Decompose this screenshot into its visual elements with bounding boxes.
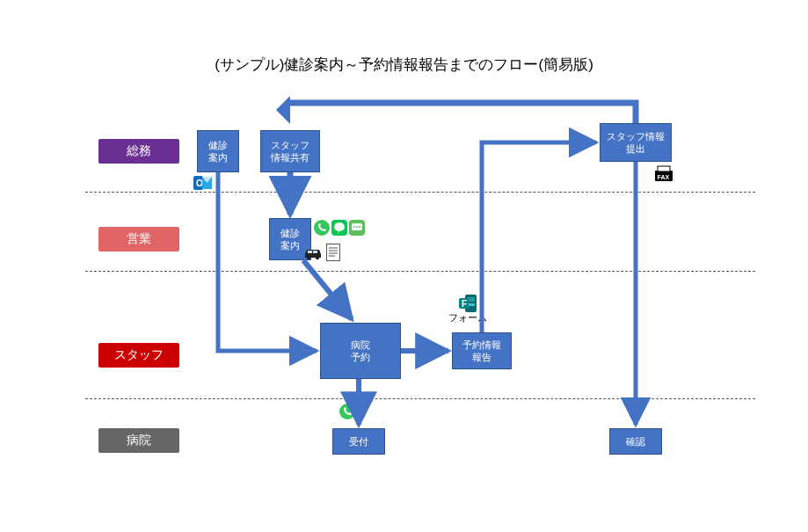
lane-eigyo: 営業 — [98, 227, 179, 251]
box-staff-jouhou-kyouyuu: スタッフ情報共有 — [260, 130, 320, 172]
box-staff-jouhou-teishutsu: スタッフ情報提出 — [600, 123, 672, 162]
lane-divider — [85, 271, 755, 272]
lane-soumu: 総務 — [98, 139, 179, 164]
svg-point-25 — [339, 404, 355, 419]
sms-icon — [349, 220, 365, 236]
box-uketsuke: 受付 — [332, 428, 385, 455]
document-icon — [326, 244, 340, 261]
lane-divider — [85, 192, 755, 193]
caption-form: フォーム — [443, 311, 492, 324]
svg-point-5 — [334, 222, 345, 231]
line-icon — [331, 220, 347, 236]
svg-text:O: O — [196, 179, 203, 188]
svg-rect-14 — [313, 251, 317, 253]
svg-text:F: F — [462, 299, 467, 309]
svg-rect-15 — [327, 244, 340, 261]
svg-rect-13 — [308, 251, 312, 253]
lane-divider — [85, 398, 755, 399]
fax-icon: FAX — [653, 165, 674, 185]
box-kenshin-annai-1: 健診案内 — [197, 130, 239, 172]
svg-text:FAX: FAX — [658, 174, 670, 180]
svg-point-11 — [307, 256, 310, 259]
lane-byouin: 病院 — [98, 428, 179, 453]
svg-rect-27 — [658, 166, 670, 171]
outlook-icon: O — [193, 174, 213, 192]
svg-point-12 — [316, 256, 319, 259]
box-yoyaku-jouhou-houkoku: 予約情報報告 — [452, 332, 512, 369]
svg-point-9 — [356, 226, 358, 228]
phone-icon — [314, 220, 330, 236]
car-icon — [302, 245, 324, 261]
svg-point-8 — [353, 226, 355, 228]
svg-point-3 — [314, 220, 330, 236]
svg-point-10 — [359, 226, 360, 228]
phone-icon — [339, 404, 355, 419]
lane-staff: スタッフ — [98, 343, 179, 368]
ms-forms-icon: F — [459, 295, 477, 312]
box-kakunin: 確認 — [609, 428, 662, 455]
box-byouin-yoyaku: 病院予約 — [320, 323, 401, 379]
diagram-title: (サンプル)健診案内～予約情報報告までのフロー(簡易版) — [0, 55, 808, 75]
